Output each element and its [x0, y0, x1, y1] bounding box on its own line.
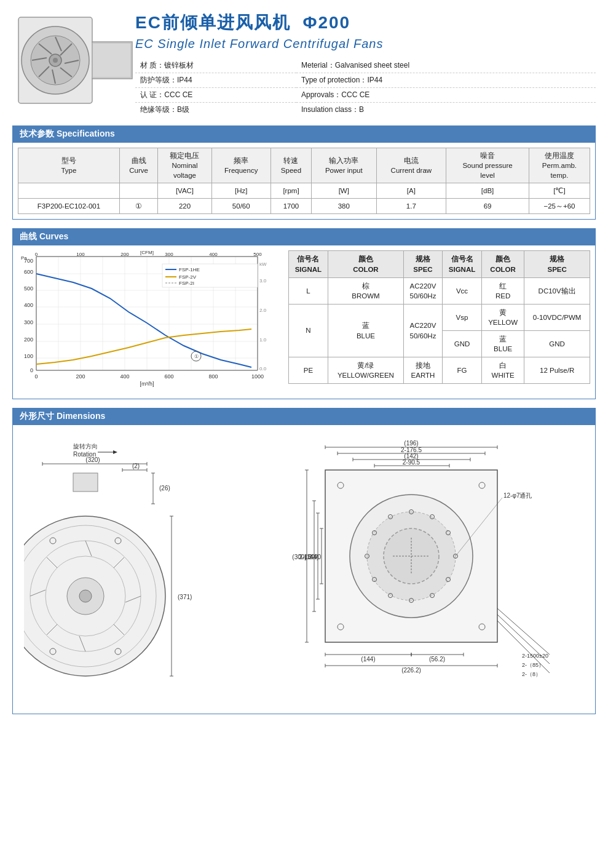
- svg-text:FSP-2V: FSP-2V: [179, 274, 197, 280]
- svg-text:2-（85）: 2-（85）: [522, 662, 544, 668]
- title-cn: EC前倾单进风风机 Φ200: [135, 11, 596, 34]
- signal-row-2: N 蓝BLUE AC220V50/60Hz Vsp 黄YELLOW 0-10VD…: [289, 304, 590, 330]
- spec-vsp: 0-10VDC/PWM: [524, 304, 590, 330]
- curves-section: 0 100 200 300 400 500 600 700 Pa 0 200 4…: [18, 250, 590, 394]
- unit-freq: [Hz]: [211, 183, 270, 199]
- signal-row-4: PE 黄/绿YELLOW/GREEN 接地EARTH FG 白WHITE 12 …: [289, 357, 590, 384]
- svg-text:[CFM]: [CFM]: [140, 250, 154, 255]
- svg-text:12-φ7通孔: 12-φ7通孔: [503, 492, 532, 499]
- curves-header: 曲线 Curves: [12, 228, 596, 245]
- spec-r: DC10V输出: [524, 277, 590, 304]
- cell-curve: ①: [119, 199, 157, 214]
- col-current: 电流Current draw: [376, 148, 446, 183]
- color-l: 棕BROWM: [328, 277, 403, 304]
- spec-pe: 接地EARTH: [403, 357, 442, 384]
- spec-fg: 12 Pulse/R: [524, 357, 590, 384]
- svg-text:2-90: 2-90: [309, 554, 321, 560]
- signal-row-1: L 棕BROWM AC220V50/60Hz Vcc 红RED DC10V输出: [289, 277, 590, 304]
- unit-power: [W]: [312, 183, 376, 199]
- color-pe: 黄/绿YELLOW/GREEN: [328, 357, 403, 384]
- cell-temp: −25～+60: [529, 199, 590, 214]
- svg-text:400: 400: [209, 252, 218, 257]
- sig-header-spec-l: 规格SPEC: [403, 251, 442, 277]
- sig-r: Vcc: [443, 277, 482, 304]
- svg-text:(26): (26): [159, 485, 170, 492]
- sig-header-color-r: 颜色COLOR: [481, 251, 524, 277]
- svg-text:2.0: 2.0: [259, 308, 267, 313]
- color-vsp: 黄YELLOW: [481, 304, 524, 330]
- cell-power: 380: [312, 199, 376, 214]
- svg-text:1.0: 1.0: [259, 337, 267, 343]
- svg-text:(144): (144): [361, 656, 375, 663]
- svg-text:[m³/h]: [m³/h]: [140, 381, 154, 387]
- fan-image: [12, 11, 135, 109]
- svg-text:kW: kW: [259, 261, 267, 267]
- sig-n: N: [289, 304, 328, 357]
- svg-text:0.0: 0.0: [259, 366, 267, 372]
- svg-text:3.0: 3.0: [259, 278, 267, 284]
- svg-point-12: [53, 58, 58, 63]
- sig-header-color-l: 颜色COLOR: [328, 251, 403, 277]
- svg-text:Pa: Pa: [21, 255, 27, 261]
- unit-temp: [℃]: [529, 183, 590, 199]
- svg-text:2-1500±20: 2-1500±20: [522, 653, 548, 659]
- header: EC前倾单进风风机 Φ200 EC Single Inlet Forward C…: [12, 11, 596, 117]
- svg-text:600: 600: [164, 373, 173, 380]
- svg-text:(2): (2): [132, 463, 140, 469]
- cell-voltage: 220: [158, 199, 211, 214]
- svg-text:0: 0: [30, 367, 33, 373]
- color-fg: 白WHITE: [481, 357, 524, 384]
- spec-row-1: 材 质：镀锌板材 Meterial：Galvanised sheet steel: [135, 58, 596, 73]
- svg-text:200: 200: [76, 373, 85, 380]
- color-r: 红RED: [481, 277, 524, 304]
- col-type: 型号Type: [18, 148, 120, 183]
- color-n: 蓝BLUE: [328, 304, 403, 357]
- sig-gnd: GND: [443, 331, 482, 357]
- page: EC前倾单进风风机 Φ200 EC Single Inlet Forward C…: [0, 0, 608, 725]
- unit-noise: [dB]: [446, 183, 529, 199]
- curve-chart: 0 100 200 300 400 500 600 700 Pa 0 200 4…: [18, 250, 282, 394]
- svg-text:500: 500: [24, 285, 33, 292]
- svg-point-93: [79, 590, 92, 602]
- color-gnd: 蓝BLUE: [481, 331, 524, 357]
- sig-l: L: [289, 277, 328, 304]
- dim-left: 旋转方向 Rotation (320) (2): [24, 436, 233, 703]
- svg-text:300: 300: [24, 319, 33, 325]
- cell-current: 1.7: [376, 199, 446, 214]
- svg-text:FSP-1HE: FSP-1HE: [179, 267, 200, 273]
- unit-current: [A]: [376, 183, 446, 199]
- svg-text:(196): (196): [404, 440, 418, 447]
- sig-vsp: Vsp: [443, 304, 482, 330]
- svg-rect-65: [162, 264, 258, 287]
- cell-speed: 1700: [270, 199, 311, 214]
- sig-fg: FG: [443, 357, 482, 384]
- col-freq: 频率Frequency: [211, 148, 270, 183]
- svg-text:1000: 1000: [251, 373, 264, 380]
- svg-text:200: 200: [120, 252, 129, 257]
- svg-text:(320): (320): [85, 456, 100, 463]
- dimensions-content: 旋转方向 Rotation (320) (2): [12, 425, 596, 714]
- dimensions-header: 外形尺寸 Dimensions: [12, 408, 596, 425]
- svg-text:2-（8）: 2-（8）: [522, 671, 541, 677]
- sig-pe: PE: [289, 357, 328, 384]
- curves-content: 0 100 200 300 400 500 600 700 Pa 0 200 4…: [12, 245, 596, 399]
- unit-speed: [rpm]: [270, 183, 311, 199]
- svg-text:①: ①: [194, 354, 199, 359]
- spec-n: AC220V50/60Hz: [403, 304, 442, 357]
- col-speed: 转速Speed: [270, 148, 311, 183]
- signal-table: 信号名SIGNAL 颜色COLOR 规格SPEC 信号名SIGNAL 颜色COL…: [288, 250, 590, 384]
- cell-type: F3P200-EC102-001: [18, 199, 120, 214]
- svg-marker-75: [113, 450, 117, 454]
- svg-text:500: 500: [253, 252, 262, 257]
- svg-rect-13: [92, 42, 132, 79]
- unit-curve: [119, 183, 157, 199]
- svg-text:400: 400: [24, 302, 33, 308]
- svg-rect-106: [73, 473, 98, 492]
- sig-header-spec-r: 规格SPEC: [524, 251, 590, 277]
- cell-noise: 69: [446, 199, 529, 214]
- svg-text:(56.2): (56.2): [429, 656, 445, 663]
- unit-type: [18, 183, 120, 199]
- svg-text:600: 600: [24, 269, 33, 275]
- dimensions-inner: 旋转方向 Rotation (320) (2): [18, 430, 590, 709]
- spec-row-4: 绝缘等级：B级 Insulation class：B: [135, 103, 596, 117]
